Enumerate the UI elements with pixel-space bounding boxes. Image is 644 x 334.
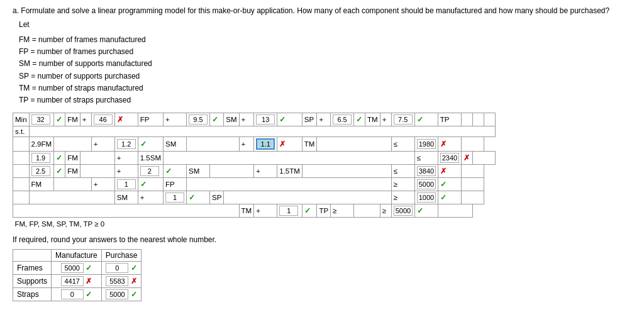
c5-plus1: +	[138, 191, 163, 204]
c1-tm-val[interactable]	[254, 137, 277, 152]
obj-empty2	[472, 113, 484, 126]
c1-plus1: +	[91, 137, 114, 152]
c3-empty3	[209, 165, 253, 178]
obj-plus5: +	[380, 113, 391, 126]
obj-tm-val[interactable]	[331, 113, 354, 126]
c2-fm-coef[interactable]	[29, 152, 54, 165]
var-sm: SM = number of supports manufactured	[19, 58, 631, 70]
c6-empty1	[13, 204, 240, 218]
supports-manufacture[interactable]: ✗	[52, 275, 102, 288]
supports-label: Supports	[13, 275, 52, 288]
c5-op: ≥	[391, 191, 414, 204]
c1-sm-coef[interactable]	[114, 137, 138, 152]
c1-empty5	[461, 137, 484, 152]
obj-fp-var: FP	[138, 113, 163, 126]
result-row-frames: Frames ✓ ✓	[13, 262, 142, 275]
frames-m-mark: ✓	[86, 264, 92, 272]
frames-label: Frames	[13, 262, 52, 275]
c4-fp-var: FP	[163, 178, 186, 191]
variables-section: FM = number of frames manufactured FP = …	[19, 34, 631, 106]
frames-manufacture[interactable]: ✓	[52, 262, 102, 275]
c6-rhs[interactable]	[391, 204, 414, 218]
c4-mark: ✓	[438, 178, 461, 191]
c1-tm-cross: ✗	[277, 137, 303, 152]
c1-empty2	[54, 137, 92, 152]
obj-fp-val[interactable]	[91, 113, 114, 126]
lp-table-wrapper: Min ✓ FM + ✗ FP + ✓ SM + ✓ SP + ✓ TM + ✓…	[13, 113, 631, 229]
obj-sm-val[interactable]	[186, 113, 209, 126]
c3-sm-coef[interactable]	[138, 165, 163, 178]
obj-plus2: +	[163, 113, 186, 126]
c3-fm-coef[interactable]	[29, 165, 54, 178]
c1-rhs[interactable]	[414, 137, 438, 152]
constraint-1-row: 2.9FM + ✓ SM + ✗ TM ≤ ✗	[13, 137, 496, 152]
obj-fm-check: ✓	[54, 113, 65, 126]
c2-rhs[interactable]	[438, 152, 461, 165]
result-header-purchase: Purchase	[101, 250, 142, 262]
obj-sm-check: ✓	[209, 113, 223, 126]
straps-label: Straps	[13, 288, 52, 301]
c3-empty4	[302, 165, 391, 178]
frames-p-mark: ✓	[131, 264, 137, 272]
c6-tp-coef[interactable]	[277, 204, 303, 218]
c3-fm-check: ✓	[54, 165, 65, 178]
constraint-2-row: ✓ FM + 1.5SM ≤ ✗	[13, 152, 496, 165]
c5-sp-coef[interactable]	[163, 191, 186, 204]
st-row: s.t.	[13, 126, 496, 137]
c5-sp-var: SP	[209, 191, 223, 204]
obj-tp-var: TP	[438, 113, 461, 126]
frames-purchase[interactable]: ✓	[101, 262, 142, 275]
obj-tm-check: ✓	[354, 113, 365, 126]
obj-tp-val[interactable]	[391, 113, 414, 126]
supports-purchase[interactable]: ✗	[101, 275, 142, 288]
c2-empty	[13, 152, 30, 165]
c4-rhs[interactable]	[414, 178, 438, 191]
c6-empty2	[354, 204, 380, 218]
c5-empty2	[29, 191, 114, 204]
var-fp: FP = number of frames purchased	[19, 46, 631, 58]
c2-sm-coef: 1.5SM	[138, 152, 163, 165]
c5-sm-var: SM	[114, 191, 138, 204]
obj-fm-val[interactable]	[29, 113, 54, 126]
c2-empty3	[163, 152, 414, 165]
straps-purchase[interactable]: ✓	[101, 288, 142, 301]
c3-rhs[interactable]	[414, 165, 438, 178]
c4-empty3	[186, 178, 391, 191]
c1-mark: ✗	[438, 137, 461, 152]
var-fm: FM = number of frames manufactured	[19, 34, 631, 46]
question-text: a. Formulate and solve a linear programm…	[13, 6, 631, 15]
obj-fp-cross: ✗	[114, 113, 138, 126]
obj-sp-val[interactable]	[254, 113, 277, 126]
c6-tp-check: ✓	[302, 204, 317, 218]
st-label-cell: s.t.	[13, 126, 30, 137]
c4-op: ≥	[391, 178, 414, 191]
obj-empty3	[484, 113, 495, 126]
obj-label-cell: Min	[13, 113, 30, 126]
c4-fp-coef[interactable]	[114, 178, 138, 191]
nonnegativity-text: FM, FP, SM, SP, TM, TP ≥ 0	[15, 220, 105, 228]
c1-op: ≤	[391, 137, 414, 152]
c4-empty2	[54, 178, 92, 191]
c3-plus1: +	[114, 165, 138, 178]
nonnegativity-row: FM, FP, SM, SP, TM, TP ≥ 0	[13, 218, 496, 230]
c3-sm-var: SM	[186, 165, 209, 178]
c5-empty3	[224, 191, 391, 204]
supports-p-mark: ✗	[131, 277, 137, 286]
var-tm: TM = number of straps manufactured	[19, 82, 631, 94]
objective-row: Min ✓ FM + ✗ FP + ✓ SM + ✓ SP + ✓ TM + ✓…	[13, 113, 496, 126]
result-row-straps: Straps ✓ ✓	[13, 288, 142, 301]
c1-plus2: +	[239, 137, 254, 152]
result-header-empty	[13, 250, 52, 262]
c6-tp-var: TP	[317, 204, 331, 218]
c5-rhs[interactable]	[414, 191, 438, 204]
obj-plus4: +	[317, 113, 331, 126]
c4-empty	[13, 178, 30, 191]
round-note: If required, round your answers to the n…	[13, 235, 631, 244]
c3-empty	[13, 165, 30, 178]
straps-manufacture[interactable]: ✓	[52, 288, 102, 301]
obj-plus1: +	[80, 113, 91, 126]
c3-tm-coef: 1.5TM	[277, 165, 303, 178]
c4-plus1: +	[91, 178, 114, 191]
c2-plus1: +	[114, 152, 138, 165]
obj-sm-var: SM	[224, 113, 239, 126]
